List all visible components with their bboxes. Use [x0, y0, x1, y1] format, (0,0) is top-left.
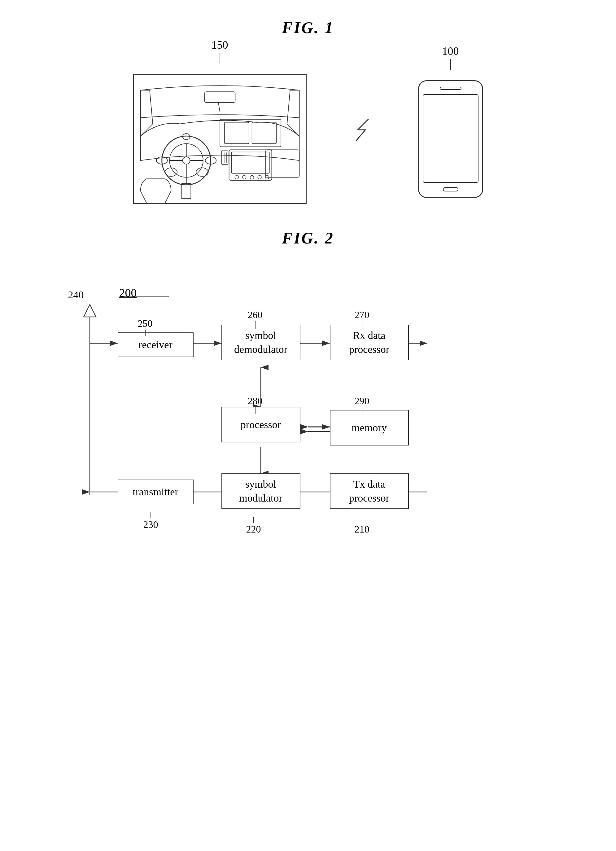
processor-ref-label: 280 — [248, 395, 263, 413]
fig2-title: FIG. 2 — [282, 229, 334, 247]
memory-ref-label: 290 — [355, 395, 370, 413]
phone-home-button — [443, 187, 458, 191]
car-interior-box — [133, 74, 306, 204]
memory-block: memory — [330, 410, 409, 445]
car-ref-label: 150 — [212, 38, 228, 51]
system-ref-200: 200 — [119, 286, 137, 299]
page: FIG. 1 150 — [0, 0, 616, 851]
car-interior-svg — [134, 75, 306, 203]
phone-screen — [423, 94, 478, 183]
car-interior-container: 150 — [133, 56, 306, 204]
sym-mod-ref-label: 220 — [246, 517, 261, 535]
block-diagram: 200 240 receiver 250 symboldemodulator 2… — [60, 272, 556, 551]
fig1-content: 150 — [25, 56, 591, 204]
phone-ref-label: 100 — [442, 45, 459, 58]
symbol-demodulator-block: symboldemodulator — [221, 325, 300, 360]
phone-illustration — [418, 80, 483, 198]
wireless-signal-icon — [344, 117, 381, 142]
phone-speaker — [440, 87, 461, 90]
phone-container: 100 — [418, 62, 483, 198]
fig2-section: FIG. 2 — [25, 229, 591, 551]
rx-dp-ref-label: 270 — [355, 309, 370, 329]
symbol-modulator-block: symbolmodulator — [221, 474, 300, 509]
rx-data-processor-block: Rx dataprocessor — [330, 325, 409, 360]
svg-marker-35 — [84, 305, 96, 317]
receiver-ref-label: 250 — [138, 318, 153, 336]
tx-dp-ref-label: 210 — [355, 517, 370, 535]
sym-demod-ref-label: 260 — [248, 309, 263, 329]
tx-data-processor-block: Tx dataprocessor — [330, 474, 409, 509]
fig1-title: FIG. 1 — [282, 19, 334, 37]
receiver-block: receiver — [118, 332, 194, 357]
antenna-ref-label: 240 — [68, 289, 84, 301]
fig1-section: FIG. 1 150 — [25, 19, 591, 204]
diagram-arrows — [60, 272, 556, 551]
transmitter-block: transmitter — [118, 480, 194, 504]
transmitter-ref-label: 230 — [143, 512, 158, 530]
